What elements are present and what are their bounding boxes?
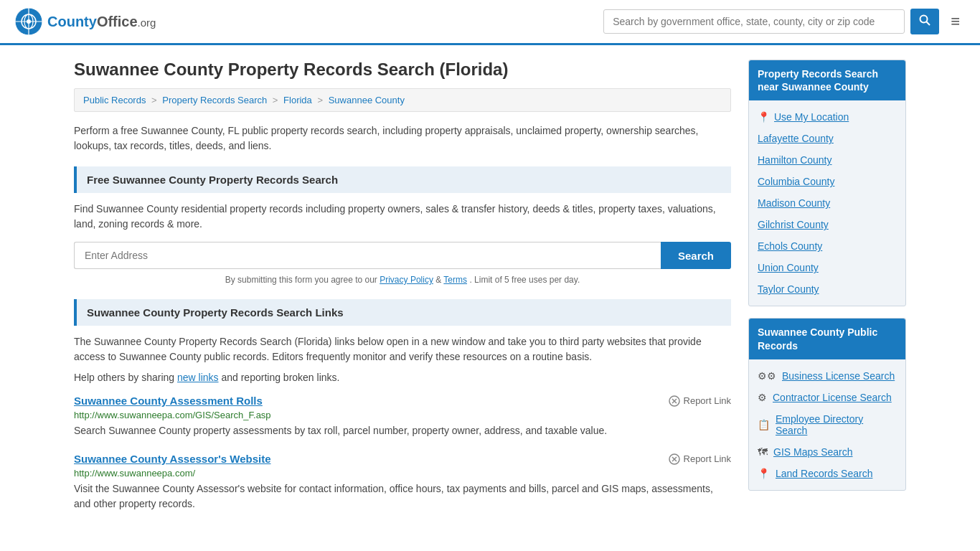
header: CountyOffice.org ≡	[0, 0, 980, 45]
breadcrumb-suwannee-county[interactable]: Suwannee County	[329, 95, 405, 105]
free-search-description: Find Suwannee County residential propert…	[74, 202, 731, 232]
link-desc-1: Search Suwannee County property assessme…	[74, 423, 731, 438]
breadcrumb-florida[interactable]: Florida	[283, 95, 312, 105]
location-dot-icon: 📍	[758, 111, 770, 123]
clipboard-icon: 📋	[758, 419, 770, 430]
taylor-county-link[interactable]: Taylor County	[758, 283, 819, 295]
echols-county-link[interactable]: Echols County	[758, 240, 822, 252]
sidebar-item-lafayette[interactable]: Lafayette County	[749, 128, 905, 149]
link-url-1[interactable]: http://www.suwanneepa.com/GIS/Search_F.a…	[74, 410, 731, 420]
pin-icon: 📍	[758, 468, 770, 479]
breadcrumb: Public Records > Property Records Search…	[74, 88, 731, 112]
public-records-box: Suwannee County Public Records ⚙⚙ Busine…	[748, 318, 906, 490]
sidebar-item-business-license[interactable]: ⚙⚙ Business License Search	[749, 365, 905, 387]
logo-area: CountyOffice.org	[14, 7, 156, 36]
breadcrumb-property-records-search[interactable]: Property Records Search	[162, 95, 267, 105]
sidebar-item-union[interactable]: Union County	[749, 257, 905, 278]
employee-directory-link[interactable]: Employee Directory Search	[776, 413, 897, 436]
form-terms: By submitting this form you agree to our…	[74, 275, 731, 285]
links-section: Suwannee County Property Records Search …	[74, 299, 731, 512]
gis-maps-link[interactable]: GIS Maps Search	[773, 446, 853, 458]
links-section-heading: Suwannee County Property Records Search …	[74, 299, 731, 326]
search-icon	[919, 14, 930, 26]
main-wrapper: Suwannee County Property Records Search …	[60, 60, 920, 526]
lafayette-county-link[interactable]: Lafayette County	[758, 133, 834, 144]
land-records-link[interactable]: Land Records Search	[776, 468, 872, 479]
link-item-assessment-rolls: Suwannee County Assessment Rolls Report …	[74, 395, 731, 438]
hamilton-county-link[interactable]: Hamilton County	[758, 154, 832, 166]
gear-double-icon: ⚙⚙	[758, 370, 776, 382]
search-button[interactable]: Search	[661, 242, 731, 269]
page-title: Suwannee County Property Records Search …	[74, 60, 731, 80]
nearby-counties-content: 📍 Use My Location Lafayette County Hamil…	[749, 100, 905, 306]
header-search-area: ≡	[603, 9, 966, 34]
nearby-counties-box: Property Records Search near Suwannee Co…	[748, 60, 906, 306]
report-link-button-2[interactable]: Report Link	[669, 453, 731, 465]
privacy-policy-link[interactable]: Privacy Policy	[380, 275, 433, 285]
contractor-license-link[interactable]: Contractor License Search	[773, 392, 892, 403]
page-description: Perform a free Suwannee County, FL publi…	[74, 123, 731, 154]
address-search-form: Search	[74, 242, 731, 269]
free-search-heading: Free Suwannee County Property Records Se…	[74, 166, 731, 193]
columbia-county-link[interactable]: Columbia County	[758, 176, 834, 187]
sidebar-item-taylor[interactable]: Taylor County	[749, 278, 905, 300]
address-input[interactable]	[74, 242, 661, 269]
report-link-button-1[interactable]: Report Link	[669, 395, 731, 407]
svg-line-7	[926, 22, 930, 25]
links-share-text: Help others by sharing new links and rep…	[74, 372, 731, 383]
sidebar-item-echols[interactable]: Echols County	[749, 235, 905, 257]
sidebar: Property Records Search near Suwannee Co…	[748, 60, 906, 526]
link-item-assessor-website: Suwannee County Assessor's Website Repor…	[74, 453, 731, 512]
links-description: The Suwannee County Property Records Sea…	[74, 334, 731, 364]
logo-icon	[14, 7, 43, 36]
new-links-link[interactable]: new links	[177, 372, 219, 383]
sidebar-item-gis-maps[interactable]: 🗺 GIS Maps Search	[749, 441, 905, 463]
sidebar-item-madison[interactable]: Madison County	[749, 192, 905, 214]
menu-button[interactable]: ≡	[945, 9, 966, 34]
sidebar-item-land-records[interactable]: 📍 Land Records Search	[749, 463, 905, 484]
business-license-link[interactable]: Business License Search	[782, 370, 895, 382]
public-records-content: ⚙⚙ Business License Search ⚙ Contractor …	[749, 359, 905, 490]
link-title-assessor-website[interactable]: Suwannee County Assessor's Website	[74, 453, 270, 465]
breadcrumb-public-records[interactable]: Public Records	[83, 95, 146, 105]
sidebar-item-hamilton[interactable]: Hamilton County	[749, 149, 905, 171]
link-desc-2: Visit the Suwannee County Assessor's web…	[74, 481, 731, 512]
link-title-assessment-rolls[interactable]: Suwannee County Assessment Rolls	[74, 395, 263, 407]
union-county-link[interactable]: Union County	[758, 262, 819, 273]
gear-icon: ⚙	[758, 392, 767, 403]
report-icon	[669, 395, 680, 407]
public-records-title: Suwannee County Public Records	[749, 319, 905, 359]
terms-link[interactable]: Terms	[443, 275, 467, 285]
sidebar-item-employee-directory[interactable]: 📋 Employee Directory Search	[749, 408, 905, 441]
report-icon-2	[669, 453, 680, 465]
madison-county-link[interactable]: Madison County	[758, 197, 830, 209]
sidebar-item-columbia[interactable]: Columbia County	[749, 171, 905, 192]
link-url-2[interactable]: http://www.suwanneepa.com/	[74, 468, 731, 479]
logo-text: CountyOffice.org	[47, 14, 156, 30]
use-my-location-link[interactable]: Use My Location	[774, 111, 849, 123]
content-area: Suwannee County Property Records Search …	[74, 60, 731, 526]
sidebar-item-contractor-license[interactable]: ⚙ Contractor License Search	[749, 387, 905, 408]
svg-point-5	[27, 19, 31, 24]
header-search-button[interactable]	[910, 9, 939, 34]
free-search-section: Free Suwannee County Property Records Se…	[74, 166, 731, 285]
nearby-counties-title: Property Records Search near Suwannee Co…	[749, 60, 905, 100]
gilchrist-county-link[interactable]: Gilchrist County	[758, 219, 829, 230]
use-my-location-item[interactable]: 📍 Use My Location	[749, 106, 905, 128]
sidebar-item-gilchrist[interactable]: Gilchrist County	[749, 214, 905, 235]
map-icon: 🗺	[758, 446, 768, 458]
header-search-input[interactable]	[603, 9, 905, 34]
